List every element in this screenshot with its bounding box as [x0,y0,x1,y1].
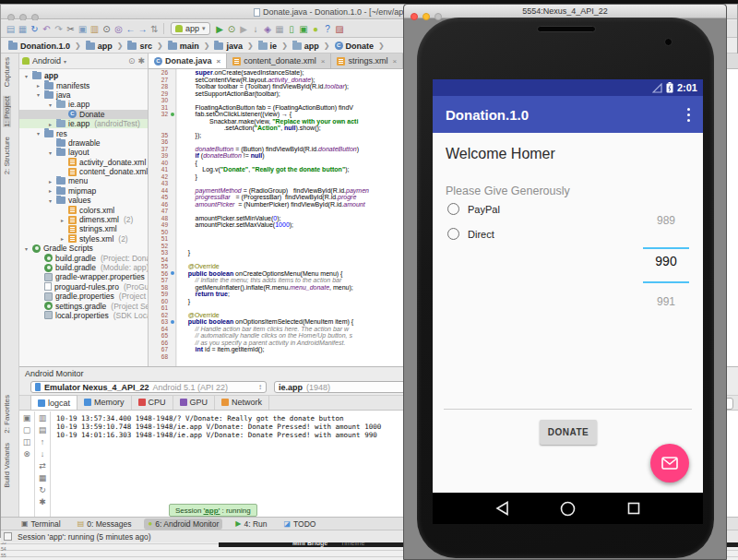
sync-project-icon[interactable]: ▨ [334,23,346,35]
tree-expand-icon[interactable]: ▸ [59,217,65,223]
breadcrumb-item[interactable]: ie [256,42,280,51]
breadcrumb-item[interactable]: app [291,42,321,51]
tree-expand-icon[interactable]: ▸ [35,82,42,89]
open-folder-icon[interactable]: ▤ [5,23,17,35]
help-icon[interactable]: ? [322,23,334,35]
tree-expand-icon[interactable]: ▸ [47,187,54,194]
home-button[interactable] [560,501,576,517]
debug-icon[interactable]: ⊙ [226,23,238,35]
tree-row[interactable]: activity_donate.xml [19,158,148,167]
close-tab-icon[interactable]: × [217,57,221,66]
process-select[interactable]: ie.app (1948) ↕ [274,381,412,393]
tree-row[interactable]: ▸ menu [19,176,148,185]
sort-icon[interactable]: ⇅ [149,23,161,35]
tree-row[interactable]: gradle.properties (Project Propertie [19,292,148,301]
tree-row[interactable]: local.properties (SDK Location) [19,311,148,320]
scroll-to-end-icon[interactable]: ▤ [39,425,47,435]
breadcrumb-item[interactable]: app [84,42,114,51]
tree-row[interactable]: strings.xml [19,224,148,233]
tree-row[interactable]: Donate [19,110,148,119]
tree-expand-icon[interactable]: ▸ [59,235,65,242]
tree-expand-icon[interactable]: ▾ [23,73,30,79]
screenshot-icon[interactable]: ▣ [23,413,31,423]
undo-icon[interactable]: ↶ [41,23,53,35]
tree-row[interactable]: ▸ styles.xml (2) [19,234,148,244]
monitor-tab[interactable]: GPU [173,395,216,410]
android-monitor-icon[interactable]: ● [310,23,322,35]
find-icon[interactable]: ⊙ [101,23,113,35]
editor-tab[interactable]: content_donate.xml × [227,54,331,68]
tree-row[interactable]: settings.gradle (Project Settings) [19,301,148,310]
tool-window-button[interactable]: Captures [3,57,11,87]
wrap-icon[interactable]: ⇄ [39,461,46,471]
tree-row[interactable]: ▸ manifests [19,80,148,89]
breadcrumb-item[interactable]: Donate [333,42,376,51]
project-view-select[interactable]: Android [32,56,61,66]
tree-row[interactable]: ▸ mipmap [19,186,148,196]
bottom-tool-window-button[interactable]: ▣ Terminal [18,518,65,530]
overflow-menu-icon[interactable] [687,108,690,122]
tree-expand-icon[interactable]: ▾ [47,101,54,108]
cut-icon[interactable]: ✂ [65,23,77,35]
tree-row[interactable]: content_donate.xml [19,167,148,176]
breadcrumb-item[interactable]: Donation.1.0 [6,42,72,51]
radio-button-icon[interactable] [447,203,459,215]
breadcrumb-item[interactable]: main [166,42,201,51]
forward-icon[interactable]: → [137,23,149,35]
tree-row[interactable]: ▾ res [19,128,148,137]
attach-debugger-icon[interactable]: ↓ [250,23,262,35]
number-picker-value[interactable]: 990 [638,254,694,268]
project-structure-icon[interactable]: ▦ [274,23,286,35]
tree-row[interactable]: ▾ values [19,196,148,205]
tree-expand-icon[interactable]: ▾ [35,91,42,98]
monitor-tab[interactable]: Memory [77,395,132,410]
back-icon[interactable]: ← [125,23,137,35]
tree-row[interactable]: drawable [19,138,148,148]
toolwindow-toggle-icon[interactable] [4,532,12,541]
clear-logcat-icon[interactable]: ▥ [39,413,47,423]
tree-row[interactable]: ▸ ie.app (androidTest) [19,119,148,128]
restart-icon[interactable]: ↻ [39,485,46,494]
collapse-all-icon[interactable]: ⊙ [128,56,136,66]
email-fab-button[interactable] [650,444,689,483]
tree-row[interactable]: ▾ ie.app [19,100,148,109]
monitor-tab[interactable]: logcat [30,395,77,410]
tool-window-button[interactable]: 2: Structure [3,137,11,174]
editor-tab[interactable]: strings.xml × [331,54,403,68]
save-all-icon[interactable]: ▦ [17,23,29,35]
recents-button[interactable] [627,502,640,515]
print-icon[interactable]: ▦ [39,473,47,483]
panel-settings-icon[interactable]: ✱ [137,56,145,66]
analyze-icon[interactable]: ◈ [262,23,274,35]
tree-row[interactable]: build.gradle (Project: Donation.1.0) [19,253,148,262]
number-picker-below[interactable]: 991 [638,295,694,308]
donate-button[interactable]: DONATE [540,420,597,445]
down-stack-icon[interactable]: ↓ [41,449,45,459]
bottom-tool-window-button[interactable]: ▤ 0: Messages [74,518,136,530]
tree-row[interactable]: ▾ layout [19,148,148,157]
up-stack-icon[interactable]: ↑ [41,437,45,447]
settings-icon[interactable]: ✱ [39,497,46,506]
tree-row[interactable]: proguard-rules.pro (ProGuard Rule [19,282,148,292]
find-usages-icon[interactable]: ◎ [113,23,125,35]
tree-row[interactable]: build.gradle (Module: app) [19,263,148,272]
tree-expand-icon[interactable]: ▾ [47,197,54,204]
monitor-tab[interactable]: Network [215,395,269,410]
virtual-device-manager-icon[interactable]: ▯ [286,23,298,35]
number-picker-above[interactable]: 989 [638,214,694,227]
radio-button-icon[interactable] [447,228,459,240]
tree-expand-icon[interactable]: ▾ [23,245,30,252]
close-tab-icon[interactable]: × [321,57,326,66]
tree-expand-icon[interactable]: ▸ [47,178,54,185]
tree-row[interactable]: ▾ java [19,90,148,100]
tool-window-button[interactable]: Build Variants [3,443,11,488]
breadcrumb-item[interactable]: src [125,42,154,51]
tree-expand-icon[interactable]: ▾ [47,149,54,156]
bottom-tool-window-button[interactable]: ● 6: Android Monitor [144,518,222,530]
bottom-tool-window-button[interactable]: ▶ 4: Run [232,518,270,530]
tree-row[interactable]: colors.xml [19,205,148,214]
copy-icon[interactable]: ▣ [77,23,89,35]
tool-window-button[interactable]: 2: Favorites [3,395,11,434]
paste-icon[interactable]: ▥ [89,23,101,35]
tree-row[interactable]: gradle-wrapper.properties (Gradle [19,272,148,281]
